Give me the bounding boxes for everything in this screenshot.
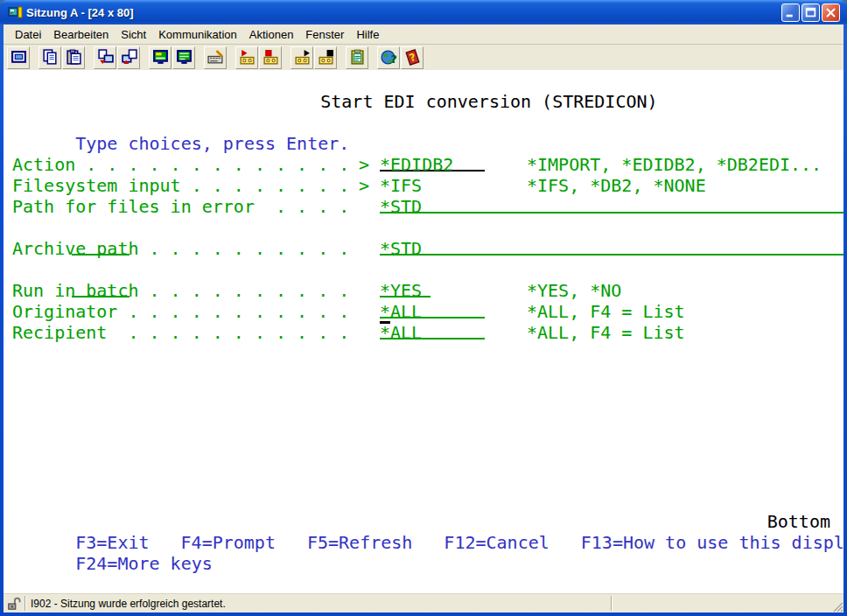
menu-hilfe[interactable]: Hilfe xyxy=(350,26,385,43)
field-label-filesystem-input: Filesystem input . . . . . . . . xyxy=(12,175,349,196)
field-choices-run-in-batch: *YES, *NO xyxy=(527,280,621,301)
title-bar[interactable]: Sitzung A - [24 x 80] xyxy=(0,0,847,24)
field-row-action: Action . . . . . . . . . . . . . > *EDID… xyxy=(12,154,75,175)
receive-file-icon xyxy=(121,49,137,66)
app-icon xyxy=(8,5,23,20)
status-message: I902 - Sitzung wurde erfolgreich gestart… xyxy=(31,598,226,610)
resize-grip[interactable] xyxy=(828,594,844,612)
status-bar: I902 - Sitzung wurde erfolgreich gestart… xyxy=(4,593,844,612)
fkey-f12-cancel: F12=Cancel xyxy=(444,532,549,553)
copy-icon xyxy=(42,49,59,66)
resize-grip-icon xyxy=(831,600,844,612)
field-input-filesystem-input[interactable]: *IFS xyxy=(380,175,485,192)
connection-status-panel xyxy=(4,594,24,612)
receive-file-button[interactable] xyxy=(117,46,140,69)
menu-datei[interactable]: Datei xyxy=(9,26,47,43)
field-choices-action: *IMPORT, *EDIDB2, *DB2EDI... xyxy=(527,154,822,175)
help-button[interactable]: ? xyxy=(401,46,424,69)
web-help-icon: ? xyxy=(381,49,397,66)
field-label-originator: Originator . . . . . . . . . . . xyxy=(12,301,349,322)
maximize-button[interactable] xyxy=(802,4,820,22)
fkey-f13-how-to-use: F13=How to use this display xyxy=(581,532,844,553)
field-choices-originator: *ALL, F4 = List xyxy=(527,301,685,322)
close-icon xyxy=(824,6,837,19)
field-row-archive-path-continuation xyxy=(9,259,130,280)
fkey-f5-refresh: F5=Refresh xyxy=(307,532,412,553)
screen-title: Start EDI conversion (STREDICON) xyxy=(320,91,657,112)
function-keys-more-row: F24=More keys xyxy=(12,532,213,553)
field-label-run-in-batch: Run in batch . . . . . . . . . . xyxy=(12,280,349,301)
screen-instruction: Type choices, press Enter. xyxy=(75,133,349,154)
stop-macro-button[interactable] xyxy=(259,46,282,69)
statusbar-empty-panel xyxy=(612,594,828,612)
menu-bearbeiten[interactable]: Bearbeiten xyxy=(47,26,115,43)
field-label-action: Action . . . . . . . . . . . . . xyxy=(12,154,349,175)
web-help-button[interactable]: ? xyxy=(377,46,400,69)
app-window: Sitzung A - [24 x 80] Datei Bear xyxy=(0,0,847,616)
paste-button[interactable] xyxy=(62,46,85,69)
field-row-archive-path: Archive path . . . . . . . . . . *STD xyxy=(12,238,75,259)
new-session-button[interactable] xyxy=(149,46,172,69)
display-session-icon xyxy=(176,49,192,66)
fkey-f24-more-keys: F24=More keys xyxy=(75,553,213,574)
play-macro-button[interactable] xyxy=(290,46,313,69)
field-row-originator: Originator . . . . . . . . . . . *ALL *A… xyxy=(12,301,75,322)
menu-sicht[interactable]: Sicht xyxy=(115,26,152,43)
print-screen-button[interactable] xyxy=(7,46,30,69)
field-input-archive-path[interactable]: *STD xyxy=(380,238,844,256)
menu-aktionen[interactable]: Aktionen xyxy=(243,26,300,43)
display-session-button[interactable] xyxy=(172,46,195,69)
field-input-action[interactable]: *EDIDB2 xyxy=(380,154,485,172)
send-file-icon xyxy=(97,49,114,66)
quit-macro-icon xyxy=(318,49,334,66)
keyboard-setup-button[interactable] xyxy=(204,46,227,69)
record-macro-button[interactable] xyxy=(235,46,258,69)
field-label-error-path: Path for files in error . . . . xyxy=(12,196,349,217)
window-title: Sitzung A - [24 x 80] xyxy=(26,6,781,19)
field-input-error-path[interactable]: *STD xyxy=(380,196,844,214)
toolbar: ? ? xyxy=(4,44,844,70)
minimize-button[interactable] xyxy=(781,4,800,22)
stop-macro-icon xyxy=(262,49,279,66)
clipboard-button[interactable] xyxy=(346,46,368,69)
screen-instruction-row: Type choices, press Enter. xyxy=(12,112,349,133)
keyboard-setup-icon xyxy=(207,49,224,66)
field-input-originator[interactable]: *ALL xyxy=(380,301,485,318)
print-screen-icon xyxy=(10,49,27,66)
copy-button[interactable] xyxy=(38,46,61,69)
close-button[interactable] xyxy=(822,4,840,22)
status-message-panel: I902 - Sitzung wurde erfolgreich gestart… xyxy=(26,594,611,612)
field-row-recipient: Recipient . . . . . . . . . . . *ALL *AL… xyxy=(12,322,75,343)
send-file-button[interactable] xyxy=(94,46,116,69)
field-input-recipient[interactable]: *ALL xyxy=(380,322,485,340)
field-row-error-path-continuation xyxy=(9,217,130,238)
help-icon: ? xyxy=(404,49,421,66)
menu-fenster[interactable]: Fenster xyxy=(299,26,350,43)
maximize-icon xyxy=(804,6,817,19)
menu-kommunikation[interactable]: Kommunikation xyxy=(152,26,243,43)
clipboard-icon xyxy=(349,49,366,66)
play-macro-icon xyxy=(294,49,311,66)
prompt-indicator-action: > xyxy=(359,154,369,175)
field-input-run-in-batch[interactable]: *YES xyxy=(380,280,430,298)
function-keys-row: F3=ExitF4=PromptF5=RefreshF12=CancelF13=… xyxy=(12,511,844,532)
bottom-indicator-row: Bottom xyxy=(4,490,844,511)
minimize-icon xyxy=(784,6,797,19)
unlocked-padlock-icon xyxy=(7,597,21,611)
new-session-icon xyxy=(152,49,169,66)
terminal-screen[interactable]: Start EDI conversion (STREDICON) Type ch… xyxy=(4,70,844,593)
paste-icon xyxy=(66,49,82,66)
field-row-run-in-batch: Run in batch . . . . . . . . . . *YES *Y… xyxy=(12,280,75,301)
screen-title-row: Start EDI conversion (STREDICON) xyxy=(257,70,658,91)
window-controls xyxy=(781,4,840,22)
record-macro-icon xyxy=(239,49,256,66)
field-label-recipient: Recipient . . . . . . . . . . . xyxy=(12,322,349,343)
field-row-filesystem-input: Filesystem input . . . . . . . . > *IFS … xyxy=(12,175,75,196)
prompt-indicator-filesystem-input: > xyxy=(359,175,369,196)
field-choices-filesystem-input: *IFS, *DB2, *NONE xyxy=(527,175,706,196)
field-row-error-path: Path for files in error . . . . *STD xyxy=(12,196,75,217)
quit-macro-button[interactable] xyxy=(314,46,337,69)
svg-text:?: ? xyxy=(390,52,396,66)
field-choices-recipient: *ALL, F4 = List xyxy=(527,322,685,343)
field-label-archive-path: Archive path . . . . . . . . . . xyxy=(12,238,349,259)
